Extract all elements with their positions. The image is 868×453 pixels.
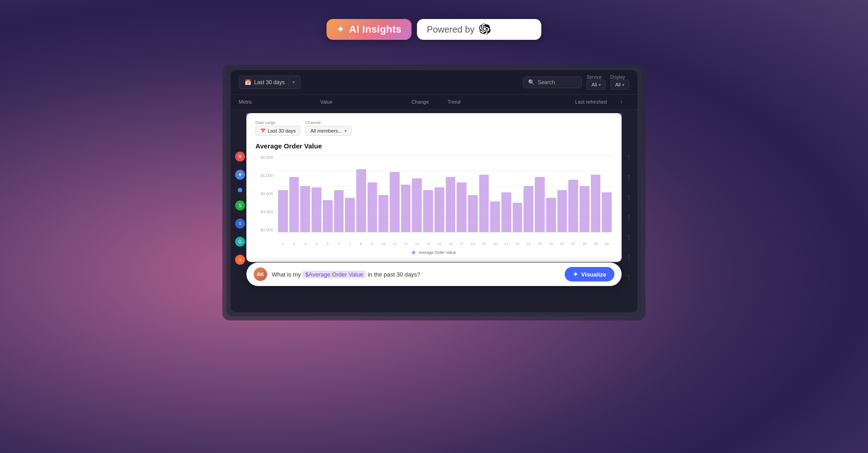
bar-3 (300, 186, 310, 232)
x-label-8: 8 (356, 242, 366, 246)
bar-26 (557, 190, 567, 233)
bar-6 (334, 190, 344, 233)
x-label-7: 7 (345, 242, 355, 246)
sidebar-icon-dot[interactable] (238, 188, 242, 192)
chart-area: $6,000 $5,000 $4,000 $3,000 $2,000 (255, 155, 613, 246)
x-label-22: 22 (513, 242, 523, 246)
openai-logo-icon (479, 24, 491, 35)
bar-28 (580, 186, 590, 232)
query-prefix: What is my (272, 271, 301, 278)
main-panel: 📅 Last 30 days ▾ 🔍 Search Service All ▾ (231, 70, 637, 312)
openai-badge: Powered by OpenAI (417, 19, 542, 40)
more-menu-5[interactable]: ⋮ (626, 234, 632, 241)
x-label-26: 26 (557, 242, 567, 246)
chart-title: Average Order Value (255, 142, 613, 150)
chart-filters: Date range 📅 Last 30 days Channel All me… (255, 120, 613, 136)
x-label-6: 6 (334, 242, 344, 246)
date-range-filter-value: Last 30 days (268, 128, 296, 134)
bar-7 (345, 198, 355, 233)
more-menu-2[interactable]: ⋮ (626, 174, 632, 181)
avatar-initials: AK (257, 272, 264, 277)
service-select[interactable]: All ▾ (586, 80, 605, 90)
date-range-filter-select[interactable]: 📅 Last 30 days (255, 126, 301, 136)
x-label-16: 16 (446, 242, 456, 246)
x-label-9: 9 (368, 242, 377, 246)
sidebar-icon-x[interactable]: ✕ (235, 152, 245, 162)
date-range-filter-label: Date range (255, 120, 301, 125)
x-label-1: 1 (278, 242, 288, 246)
display-select[interactable]: All ▾ (610, 80, 629, 90)
sidebar-icon-star[interactable]: ✦ (235, 170, 245, 180)
col-sort: ↑ (620, 99, 629, 105)
x-label-14: 14 (423, 242, 433, 246)
sidebar-icon-x-orange[interactable]: ✕ (235, 255, 245, 265)
visualize-label: Visualize (581, 271, 606, 278)
bar-20 (490, 201, 500, 232)
bar-25 (546, 198, 556, 233)
bar-12 (401, 185, 411, 232)
ai-query-bar: AK What is my $Average Order Value in th… (246, 262, 622, 286)
ai-insights-badge: ✦ AI Insights (326, 19, 411, 40)
calendar-icon: 📅 (245, 79, 251, 86)
more-menu-1[interactable]: ⋮ (626, 154, 632, 161)
service-value: All (591, 82, 597, 87)
powered-by-label: Powered by (427, 24, 475, 35)
x-label-13: 13 (412, 242, 422, 246)
display-value: All (615, 82, 621, 87)
visualize-button[interactable]: ✦ Visualize (565, 267, 614, 281)
y-label-2000: $2,000 (260, 228, 273, 232)
calendar-small-icon: 📅 (260, 129, 265, 133)
grid-line-bottom (277, 232, 613, 233)
bar-8 (356, 169, 366, 232)
channel-filter-select[interactable]: All members... ▾ (305, 126, 351, 136)
toolbar-right: 🔍 Search Service All ▾ Display (523, 75, 629, 90)
chevron-down-icon: ▾ (292, 80, 295, 85)
col-metric: Metric (239, 99, 320, 105)
ai-insights-label: AI Insights (349, 24, 401, 35)
more-menu-3[interactable]: ⋮ (626, 194, 632, 201)
x-label-23: 23 (524, 242, 533, 246)
visualize-star-icon: ✦ (573, 271, 578, 278)
query-highlight: $Average Order Value (302, 271, 366, 278)
bar-21 (501, 192, 511, 232)
more-menu-6[interactable]: ⋮ (626, 253, 632, 261)
y-label-6000: $6,000 (260, 155, 273, 160)
bar-11 (390, 172, 400, 232)
sidebar-icon-s-blue[interactable]: S (235, 219, 245, 229)
x-label-12: 12 (401, 242, 411, 246)
sidebar-icon-s-green[interactable]: S (235, 200, 245, 210)
sidebar-icon-g-teal[interactable]: G (235, 237, 245, 247)
x-label-4: 4 (311, 242, 321, 246)
col-last-refreshed: Last refreshed (575, 99, 620, 105)
bar-22 (513, 203, 523, 232)
date-range-value: Last 30 days (254, 79, 285, 86)
x-label-15: 15 (434, 242, 444, 246)
bars-container (277, 155, 613, 232)
bar-10 (378, 195, 388, 232)
display-label: Display (610, 75, 629, 80)
bar-19 (479, 175, 489, 233)
more-menu-4[interactable]: ⋮ (626, 214, 632, 221)
table-header: Metric Value Change Trend Last refreshed… (231, 95, 637, 110)
y-axis: $6,000 $5,000 $4,000 $3,000 $2,000 (255, 155, 276, 232)
search-box[interactable]: 🔍 Search (523, 76, 582, 88)
service-label: Service (586, 75, 605, 80)
bar-15 (434, 187, 444, 232)
y-label-3000: $3,000 (260, 210, 273, 214)
col-value: Value (320, 99, 411, 105)
bar-29 (591, 175, 601, 233)
bar-9 (368, 182, 377, 233)
x-label-3: 3 (300, 242, 310, 246)
bar-30 (602, 192, 612, 232)
x-label-30: 30 (602, 242, 612, 246)
user-avatar: AK (254, 267, 267, 281)
bar-1 (278, 190, 288, 233)
bar-27 (568, 180, 578, 232)
more-menu-7[interactable]: ⋮ (626, 273, 632, 281)
x-label-2: 2 (289, 242, 299, 246)
more-icons-column: ⋮ ⋮ ⋮ ⋮ ⋮ ⋮ ⋮ (626, 154, 632, 281)
bar-16 (446, 177, 456, 232)
chart-inner (277, 155, 613, 232)
bar-2 (289, 177, 299, 232)
date-range-picker[interactable]: 📅 Last 30 days ▾ (239, 76, 301, 89)
